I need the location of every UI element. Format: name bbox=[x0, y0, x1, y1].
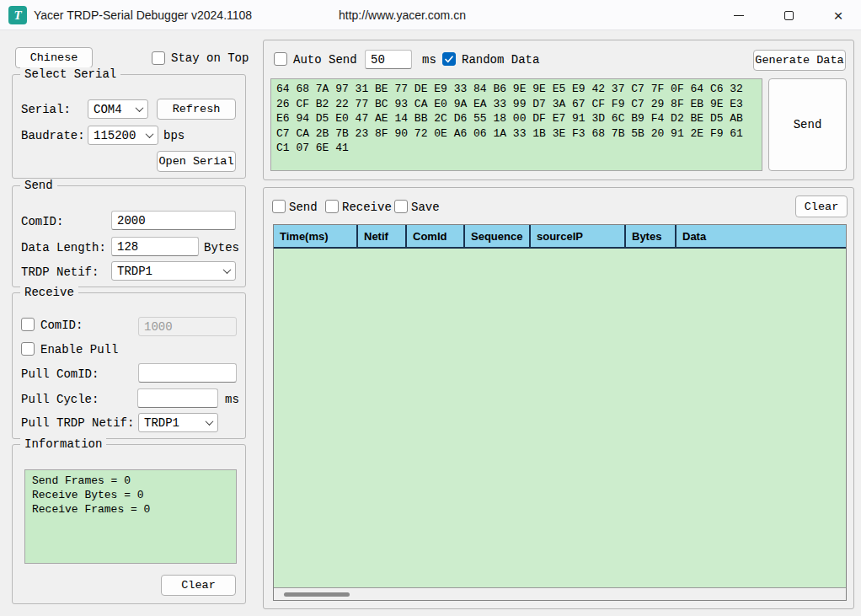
baudrate-combobox-value: 115200 bbox=[94, 129, 147, 142]
data-length-label: Data Length: bbox=[21, 241, 106, 254]
column-header-data[interactable]: Data bbox=[676, 225, 846, 247]
chevron-down-icon bbox=[206, 417, 214, 426]
table-body[interactable] bbox=[274, 249, 846, 587]
pull-comid-input[interactable] bbox=[138, 363, 237, 383]
table-header: Time(ms) Netif ComId Sequence sourceIP B… bbox=[274, 225, 846, 249]
auto-send-checkbox[interactable] bbox=[274, 52, 287, 66]
bytes-unit-label: Bytes bbox=[204, 241, 239, 254]
receive-comid-input[interactable] bbox=[138, 317, 237, 336]
comid-label: ComID: bbox=[21, 215, 63, 228]
information-group: Information Send Frames = 0 Receive Byte… bbox=[12, 444, 246, 604]
receive-comid-checkbox[interactable] bbox=[21, 318, 35, 331]
open-serial-button[interactable]: Open Serial bbox=[157, 151, 236, 172]
receive-group: Receive ComID: Enable Pull Pull ComID: P… bbox=[12, 292, 246, 439]
hex-line: C1 07 6E 41 bbox=[276, 141, 757, 156]
maximize-button[interactable] bbox=[769, 0, 808, 30]
hex-data-area[interactable]: 64 68 7A 97 31 BE 77 DE E9 33 84 B6 9E 9… bbox=[270, 78, 762, 171]
pull-trdp-netif-combobox-value: TRDP1 bbox=[144, 416, 206, 430]
info-line: Send Frames = 0 bbox=[32, 474, 229, 488]
hex-line: 26 CF B2 22 77 BC 93 CA E0 9A EA 33 99 D… bbox=[276, 97, 757, 112]
close-button[interactable]: × bbox=[819, 0, 858, 30]
close-icon: × bbox=[833, 8, 842, 24]
receive-group-title: Receive bbox=[20, 286, 78, 299]
send-group: Send ComID: Data Length: Bytes TRDP Neti… bbox=[12, 185, 246, 287]
app-icon: T bbox=[8, 6, 27, 24]
receive-comid-label: ComID: bbox=[40, 319, 83, 332]
language-button[interactable]: Chinese bbox=[15, 47, 93, 68]
information-group-title: Information bbox=[20, 437, 106, 451]
interval-ms-label: ms bbox=[422, 53, 436, 67]
send-filter-label: Send bbox=[289, 201, 318, 214]
hex-line: 64 68 7A 97 31 BE 77 DE E9 33 84 B6 9E 9… bbox=[276, 82, 757, 97]
titlebar: T Yacer TRDP-Serial Debugger v2024.1108 … bbox=[0, 0, 861, 30]
pull-cycle-input[interactable] bbox=[137, 388, 218, 408]
send-filter-checkbox[interactable] bbox=[272, 200, 286, 213]
clear-table-button[interactable]: Clear bbox=[795, 196, 848, 217]
data-length-input[interactable] bbox=[111, 237, 199, 256]
info-line: Receive Bytes = 0 bbox=[32, 488, 229, 502]
baudrate-label: Baudrate: bbox=[21, 129, 85, 142]
select-serial-group: Select Serial Serial: COM4 Refresh Baudr… bbox=[12, 74, 246, 179]
chevron-down-icon bbox=[136, 104, 144, 112]
scrollbar-thumb[interactable] bbox=[284, 592, 350, 597]
ms-unit-label: ms bbox=[225, 393, 239, 406]
enable-pull-checkbox[interactable] bbox=[21, 342, 35, 356]
send-button[interactable]: Send bbox=[768, 78, 847, 171]
auto-send-interval-input[interactable] bbox=[365, 50, 412, 69]
baudrate-combobox[interactable]: 115200 bbox=[88, 126, 158, 145]
column-header-sequence[interactable]: Sequence bbox=[465, 225, 531, 247]
window-url: http://www.yacer.com.cn bbox=[339, 0, 466, 30]
save-filter-label: Save bbox=[411, 201, 440, 214]
serial-combobox[interactable]: COM4 bbox=[88, 99, 148, 119]
column-header-comid[interactable]: ComId bbox=[407, 225, 465, 247]
horizontal-scrollbar[interactable] bbox=[274, 587, 846, 600]
minimize-button[interactable] bbox=[719, 0, 758, 30]
comid-input[interactable] bbox=[111, 211, 236, 230]
column-header-netif[interactable]: Netif bbox=[358, 225, 407, 247]
hex-line: C7 CA 2B 7B 23 8F 90 72 0E A6 06 1A 33 1… bbox=[276, 126, 757, 142]
column-header-time[interactable]: Time(ms) bbox=[274, 225, 358, 247]
hex-line: E6 94 D5 E0 47 AE 14 BB 2C D6 55 18 00 D… bbox=[276, 111, 757, 126]
trdp-netif-combobox-value: TRDP1 bbox=[117, 265, 224, 278]
receive-filter-checkbox[interactable] bbox=[325, 200, 339, 213]
save-filter-checkbox[interactable] bbox=[394, 200, 408, 213]
results-table: Time(ms) Netif ComId Sequence sourceIP B… bbox=[273, 224, 847, 601]
refresh-button[interactable]: Refresh bbox=[157, 99, 236, 120]
pull-trdp-netif-label: Pull TRDP Netif: bbox=[21, 416, 134, 430]
receive-filter-label: Receive bbox=[342, 201, 392, 214]
stay-on-top-label: Stay on Top bbox=[171, 51, 249, 65]
generate-data-button[interactable]: Generate Data bbox=[753, 50, 846, 71]
pull-trdp-netif-combobox[interactable]: TRDP1 bbox=[138, 413, 218, 432]
clear-information-button[interactable]: Clear bbox=[161, 575, 236, 596]
send-group-title: Send bbox=[20, 179, 57, 192]
pull-cycle-label: Pull Cycle: bbox=[21, 393, 99, 406]
maximize-icon bbox=[784, 11, 794, 20]
window-title: Yacer TRDP-Serial Debugger v2024.1108 bbox=[34, 0, 252, 30]
serial-combobox-value: COM4 bbox=[94, 103, 136, 116]
random-data-label: Random Data bbox=[462, 53, 539, 67]
serial-label: Serial: bbox=[21, 103, 71, 116]
receive-panel: Send Receive Save Clear Time(ms) Netif C… bbox=[263, 187, 854, 609]
chevron-down-icon bbox=[223, 265, 232, 274]
pull-comid-label: Pull ComID: bbox=[21, 367, 99, 381]
bps-unit-label: bps bbox=[163, 129, 184, 142]
info-line: Receive Frames = 0 bbox=[32, 502, 229, 517]
enable-pull-label: Enable Pull bbox=[40, 343, 118, 356]
column-header-bytes[interactable]: Bytes bbox=[626, 225, 676, 247]
chevron-down-icon bbox=[146, 130, 154, 138]
random-data-checkbox[interactable] bbox=[442, 52, 456, 66]
send-panel: Auto Send ms Random Data Generate Data 6… bbox=[263, 40, 854, 180]
trdp-netif-combobox[interactable]: TRDP1 bbox=[111, 261, 236, 281]
information-textarea: Send Frames = 0 Receive Bytes = 0 Receiv… bbox=[24, 469, 237, 564]
check-icon bbox=[444, 54, 454, 64]
minimize-icon bbox=[734, 15, 744, 16]
auto-send-label: Auto Send bbox=[293, 53, 357, 67]
select-serial-title: Select Serial bbox=[20, 67, 120, 81]
column-header-sourceip[interactable]: sourceIP bbox=[531, 225, 626, 247]
trdp-netif-label: TRDP Netif: bbox=[21, 265, 99, 279]
stay-on-top-checkbox[interactable] bbox=[152, 51, 165, 65]
